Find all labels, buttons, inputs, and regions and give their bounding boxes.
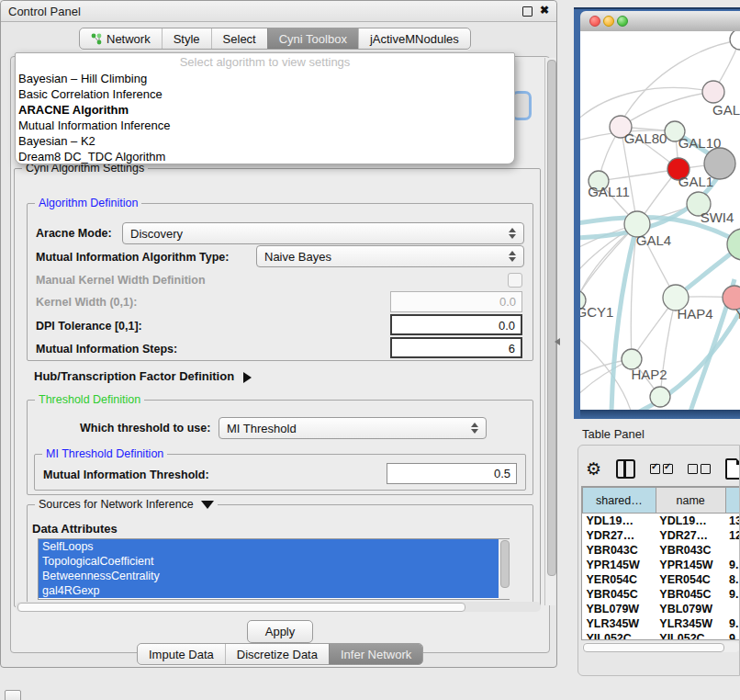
close-icon[interactable]: ✖ bbox=[540, 4, 549, 17]
attribute-item[interactable]: BetweennessCentrality bbox=[39, 569, 509, 583]
table-horizontal-scrollbar[interactable] bbox=[582, 642, 740, 652]
dropdown-item-bayesian-hill-climbing[interactable]: Bayesian – Hill Climbing bbox=[16, 71, 514, 86]
dropdown-item-dream8-dc-tdc-algorithm[interactable]: Dream8 DC_TDC Algorithm bbox=[16, 149, 514, 164]
table-cell: YER054C bbox=[656, 572, 725, 587]
network-edge bbox=[580, 334, 632, 410]
which-threshold-combo[interactable]: MI Threshold bbox=[219, 417, 487, 439]
attribute-item[interactable]: gal4RGexp bbox=[39, 583, 509, 598]
tab-style[interactable]: Style bbox=[162, 28, 211, 49]
manual-kernel-checkbox[interactable] bbox=[508, 273, 522, 288]
zoom-traffic-icon[interactable] bbox=[617, 16, 628, 27]
tab-jactivemnodules[interactable]: jActiveMNodules bbox=[358, 28, 470, 49]
column-header[interactable]: name bbox=[656, 488, 725, 514]
column-header[interactable] bbox=[725, 488, 740, 514]
table-cell: 9 bbox=[725, 631, 740, 640]
attribute-item[interactable]: SelfLoops bbox=[39, 539, 509, 554]
mi-type-value: Naive Bayes bbox=[264, 250, 331, 264]
tab-select[interactable]: Select bbox=[211, 28, 267, 49]
attributes-horizontal-scrollbar[interactable] bbox=[16, 602, 541, 612]
network-node-label: GAL11 bbox=[588, 184, 630, 199]
tab-label: Cyni Toolbox bbox=[279, 32, 347, 46]
expand-right-icon bbox=[243, 372, 252, 383]
network-node[interactable] bbox=[650, 387, 670, 407]
kernel-width-field[interactable]: 0.0 bbox=[390, 291, 522, 312]
minimize-traffic-icon[interactable] bbox=[603, 16, 614, 27]
mi-type-label: Mutual Information Algorithm Type: bbox=[36, 251, 229, 264]
control-panel-titlebar: Control Panel ✖ bbox=[1, 1, 556, 22]
network-graph[interactable]: GALGAL80GAL10GAL1GAL11SWI4GAL4GCY1HAP4YH… bbox=[580, 31, 740, 410]
table-cell: 12 bbox=[725, 528, 740, 543]
network-node[interactable] bbox=[730, 31, 740, 50]
table-cell: 9. bbox=[725, 616, 740, 631]
network-node-label: GAL4 bbox=[636, 232, 671, 248]
network-edge bbox=[621, 92, 713, 127]
select-all-icon[interactable] bbox=[650, 464, 673, 474]
table-cell: YDL19… bbox=[656, 514, 725, 529]
attribute-item[interactable]: TopologicalCoefficient bbox=[39, 554, 509, 569]
table-row[interactable]: YPR145WYPR145W9. bbox=[583, 558, 740, 572]
table-cell: YBR043C bbox=[656, 543, 725, 558]
column-header[interactable]: shared… bbox=[583, 488, 656, 514]
network-icon bbox=[91, 33, 103, 45]
mi-steps-field[interactable]: 6 bbox=[390, 337, 522, 358]
dpi-tolerance-field[interactable]: 0.0 bbox=[390, 314, 522, 335]
restore-panel-button[interactable] bbox=[5, 690, 21, 700]
tab-discretize-data[interactable]: Discretize Data bbox=[225, 644, 329, 664]
document-icon[interactable] bbox=[725, 458, 740, 480]
dropdown-item-mutual-information-inference[interactable]: Mutual Information Inference bbox=[16, 118, 514, 133]
table-row[interactable]: YER054CYER054C8. bbox=[583, 572, 740, 587]
table-cell: YIL052C bbox=[583, 631, 656, 640]
table-cell: YER054C bbox=[583, 572, 656, 587]
table-row[interactable]: YBL079WYBL079W bbox=[583, 602, 740, 616]
close-traffic-icon[interactable] bbox=[589, 16, 600, 27]
float-window-icon[interactable] bbox=[522, 6, 533, 17]
table-cell: YBL079W bbox=[656, 602, 725, 616]
tab-impute-data[interactable]: Impute Data bbox=[138, 644, 225, 664]
table-cell: 13 bbox=[725, 514, 740, 529]
deselect-all-icon[interactable] bbox=[688, 464, 711, 474]
sources-title-text: Sources for Network Inference bbox=[39, 498, 194, 511]
table-row[interactable]: YDR27…YDR27…12 bbox=[583, 528, 740, 543]
table-row[interactable]: YDL19…YDL19…13 bbox=[583, 514, 740, 529]
splitter-arrow-icon[interactable] bbox=[555, 338, 560, 345]
stepper-arrows-icon bbox=[509, 251, 516, 262]
hub-definition-toggle[interactable]: Hub/Transcription Factor Definition bbox=[34, 369, 252, 383]
table-row[interactable]: YIL052CYIL052C9 bbox=[583, 631, 740, 640]
dropdown-item-bayesian-k2[interactable]: Bayesian – K2 bbox=[16, 133, 514, 149]
columns-icon[interactable] bbox=[616, 459, 635, 479]
dropdown-item-basic-correlation-inference[interactable]: Basic Correlation Inference bbox=[16, 86, 514, 102]
hub-definition-label: Hub/Transcription Factor Definition bbox=[34, 369, 234, 383]
settings-vertical-scrollbar[interactable] bbox=[544, 58, 555, 605]
table-row[interactable]: YBR043CYBR043C bbox=[583, 543, 740, 558]
node-table[interactable]: shared…nameYDL19…YDL19…13YDR27…YDR27…12Y… bbox=[581, 486, 740, 640]
tab-cyni-toolbox[interactable]: Cyni Toolbox bbox=[267, 28, 358, 49]
network-window-titlebar[interactable] bbox=[580, 11, 740, 32]
gear-icon[interactable]: ⚙ bbox=[586, 460, 601, 479]
network-canvas[interactable]: GALGAL80GAL10GAL1GAL11SWI4GAL4GCY1HAP4YH… bbox=[580, 31, 740, 410]
network-window-frame bbox=[580, 410, 740, 419]
stepper-arrows-icon bbox=[471, 423, 478, 434]
aracne-mode-combo[interactable]: Discovery bbox=[122, 222, 524, 244]
table-row[interactable]: YBR045CYBR045C9. bbox=[583, 587, 740, 602]
table-row[interactable]: YLR345WYLR345W9. bbox=[583, 616, 740, 631]
mi-steps-label: Mutual Information Steps: bbox=[36, 343, 177, 356]
attributes-vertical-scrollbar[interactable] bbox=[499, 539, 510, 599]
network-node-label: GAL1 bbox=[678, 174, 713, 189]
tab-infer-network[interactable]: Infer Network bbox=[329, 644, 422, 664]
table-cell: YIL052C bbox=[656, 631, 725, 640]
dpi-tolerance-label: DPI Tolerance [0,1]: bbox=[36, 320, 142, 333]
dropdown-item-aracne-algorithm[interactable]: ARACNE Algorithm bbox=[16, 102, 514, 118]
network-node-gal[interactable] bbox=[702, 81, 724, 103]
network-node[interactable] bbox=[704, 148, 735, 179]
tab-label: Discretize Data bbox=[237, 648, 318, 661]
tab-network[interactable]: Network bbox=[80, 28, 162, 49]
apply-button[interactable]: Apply bbox=[247, 620, 313, 643]
data-attributes-list[interactable]: SelfLoopsTopologicalCoefficientBetweenne… bbox=[38, 538, 510, 600]
table-cell: YBL079W bbox=[583, 602, 656, 616]
threshold-definition-title: Threshold Definition bbox=[35, 393, 144, 406]
mi-type-combo[interactable]: Naive Bayes bbox=[256, 245, 524, 267]
sources-group-title[interactable]: Sources for Network Inference bbox=[35, 498, 218, 511]
manual-kernel-label: Manual Kernel Width Definition bbox=[36, 274, 206, 287]
network-node-label: HAP2 bbox=[631, 367, 667, 382]
mi-threshold-field[interactable]: 0.5 bbox=[387, 463, 517, 484]
